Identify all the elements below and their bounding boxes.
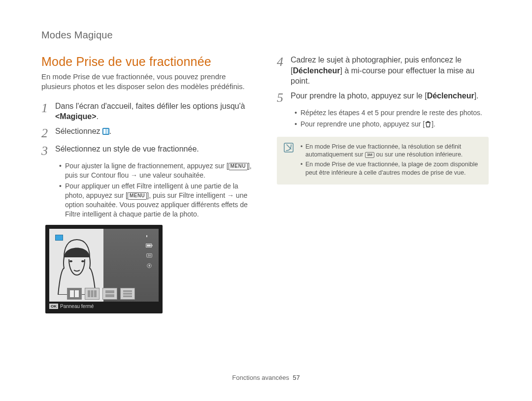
svg-rect-2 [106,129,109,134]
text: ]. [432,120,435,128]
ok-badge: OK [49,304,58,309]
text: une valeur souhaitée. [139,171,205,179]
note-box: En mode Prise de vue fractionnée, la rés… [277,137,489,185]
flash-off-icon [146,263,153,268]
manual-page: Modes Magique Mode Prise de vue fraction… [0,0,532,401]
svg-rect-20 [284,143,293,152]
text: ], puis sur [147,191,179,199]
step-5: 5 Pour prendre la photo, appuyez sur le … [277,91,489,104]
breadcrumb: Modes Magique [41,30,497,41]
content-columns: Mode Prise de vue fractionnée En mode Pr… [41,55,497,313]
bullet: Pour appliquer un effet Filtre intellige… [59,182,253,219]
magique-label: <Magique> [55,112,97,121]
resolution-icon: 3M [146,253,153,258]
svg-rect-16 [105,294,114,297]
declencheur-label: Déclencheur [427,92,474,100]
text: Sélectionnez [55,127,102,135]
step-body: Cadrez le sujet à photographier, puis en… [291,55,489,87]
svg-text:3M: 3M [148,254,151,257]
svg-rect-15 [105,290,114,293]
step-body: Sélectionnez . [55,126,112,140]
svg-rect-1 [103,129,106,134]
svg-rect-5 [147,245,151,247]
step-number: 4 [277,55,291,87]
page-number: 57 [293,374,299,381]
split-shot-icon [102,127,109,134]
step-3-bullets: Pour ajuster la ligne de fractionnement,… [59,161,253,219]
text: Pour reprendre une photo, appuyez sur [ [300,120,425,128]
battery-icon [146,244,153,248]
trash-icon [425,121,432,127]
step-number: 2 [41,126,55,140]
arrow: → [225,191,236,199]
arrow: → [129,171,139,179]
step-number: 1 [41,101,55,122]
single-shot-icon [146,234,153,239]
svg-rect-3 [146,235,147,237]
step-5-bullets: Répétez les étapes 4 et 5 pour prendre l… [295,108,489,129]
step-number: 3 [41,144,55,157]
step-1: 1 Dans l'écran d'accueil, faites défiler… [41,101,253,122]
left-column: Mode Prise de vue fractionnée En mode Pr… [41,55,253,313]
layout-option [85,288,100,300]
page-title: Mode Prise de vue fractionnée [41,55,253,69]
resolution-badge: 3M [365,152,374,158]
svg-rect-13 [91,290,94,297]
right-column: 4 Cadrez le sujet à photographier, puis … [277,55,489,313]
step-4: 4 Cadrez le sujet à photographier, puis … [277,55,489,87]
note-icon [284,143,295,179]
step-body: Sélectionnez un style de vue fractionnée… [55,144,199,157]
contour-flou-label: Contour flou [91,171,129,179]
camera-preview-illustration: 3M OK Panneau fermé [45,225,163,313]
text: ]. [474,92,479,100]
svg-rect-12 [88,290,90,297]
svg-rect-18 [123,293,132,295]
note-item: En mode Prise de vue fractionnée, la rés… [300,143,482,159]
layout-option [67,288,82,300]
cam-bottom-bar: OK Panneau fermé [49,302,159,310]
text: Pour prendre la photo, appuyez sur le [ [291,92,427,100]
step-body: Dans l'écran d'accueil, faites défiler l… [55,101,253,122]
menu-icon: MENU [128,192,147,200]
declencheur-label: Déclencheur [293,66,340,75]
text: Pour ajuster la ligne de fractionnement,… [65,162,229,170]
bullet: Répétez les étapes 4 et 5 pour prendre l… [295,108,489,118]
step-2: 2 Sélectionnez . [41,126,253,140]
step-number: 5 [277,91,291,104]
page-footer: Fonctions avancées 57 [0,374,532,381]
layout-slots [67,288,135,300]
bullet: Pour reprendre une photo, appuyez sur []… [295,120,489,129]
layout-option [120,288,135,300]
svg-rect-17 [123,290,132,292]
text: Sélectionnez un style de vue fractionnée… [55,145,199,153]
svg-rect-14 [94,290,97,297]
svg-rect-11 [75,290,79,297]
footer-section: Fonctions avancées [232,374,289,381]
filtre-intelligent-label: Filtre intelligent [179,191,225,199]
status-icons: 3M [146,234,153,268]
svg-rect-10 [70,290,74,297]
svg-rect-19 [123,296,132,298]
step-3: 3 Sélectionnez un style de vue fractionn… [41,144,253,157]
intro-text: En mode Prise de vue fractionnée, vous p… [41,72,253,92]
note-item: En mode Prise de vue fractionnée, la pla… [300,160,482,177]
menu-icon: MENU [229,163,248,170]
text: . [97,112,99,121]
layout-option [102,288,117,300]
step-body: Pour prendre la photo, appuyez sur le [D… [291,91,479,104]
cam-caption: Panneau fermé [60,304,94,309]
face-illustration [57,236,97,295]
text: ou sur une résolution inférieure. [374,151,463,158]
note-list: En mode Prise de vue fractionnée, la rés… [300,143,482,179]
text: Dans l'écran d'accueil, faites défiler l… [55,102,245,110]
svg-rect-6 [152,245,153,247]
mode-indicator-icon [55,235,63,241]
bullet: Pour ajuster la ligne de fractionnement,… [59,161,253,180]
